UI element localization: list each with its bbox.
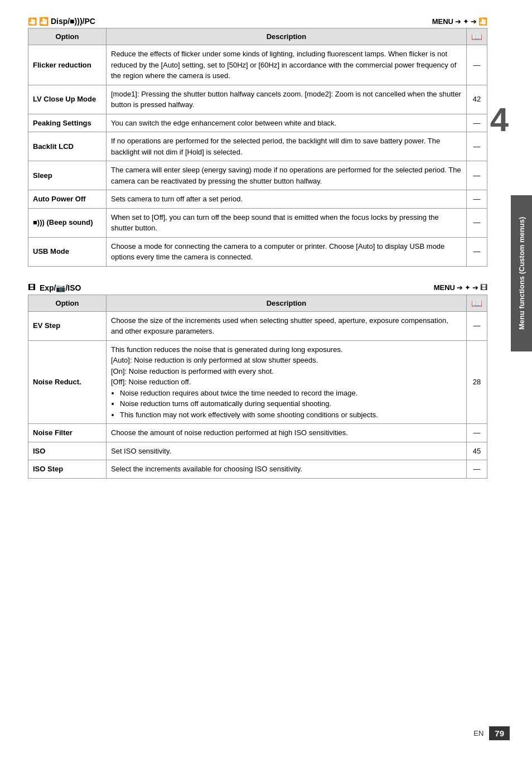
table-row: Flicker reduction Reduce the effects of …: [28, 45, 487, 85]
section1-table: Option Description 📖 Flicker reduction R…: [28, 28, 487, 267]
table-row: Auto Power Off Sets camera to turn off a…: [28, 190, 487, 209]
option-autopower: Auto Power Off: [28, 190, 107, 209]
list-item: Noise reduction requires about twice the…: [120, 388, 462, 399]
section1-title-text: 🎦 Disp/■)))/PC: [39, 17, 95, 26]
desc-evstep: Choose the size of the increments used w…: [107, 311, 467, 340]
desc-backlit: If no operations are performed for the s…: [107, 132, 467, 161]
exp-icon: 🎞: [28, 283, 35, 292]
col-option-2: Option: [28, 295, 107, 311]
desc-flicker: Reduce the effects of flicker under some…: [107, 45, 467, 85]
section1-title: 🎦 🎦 Disp/■)))/PC: [28, 17, 95, 26]
arrow2: ➔: [471, 17, 477, 26]
arrow4: ➔: [472, 283, 478, 292]
section2-title: 🎞 Exp/📷/ISO: [28, 283, 81, 292]
desc-lv: [mode1]: Pressing the shutter button hal…: [107, 85, 467, 114]
table-row: Peaking Settings You can switch the edge…: [28, 114, 487, 132]
pg-evstep: —: [467, 311, 487, 340]
pg-noisereduct: 28: [467, 340, 487, 424]
desc-peaking: You can switch the edge enhancement colo…: [107, 114, 467, 132]
camera-icon2: 🎞: [480, 283, 487, 292]
section1-menu-path: MENU ➔ ✦ ➔ 🎦: [432, 17, 487, 26]
star-icon: ✦: [463, 17, 469, 26]
pg-peaking: —: [467, 114, 487, 132]
side-tab: Menu functions (Custom menus): [511, 195, 532, 351]
desc-sleep: The camera will enter sleep (energy savi…: [107, 161, 467, 190]
star-icon2: ✦: [465, 283, 471, 292]
pg-isostep: —: [467, 460, 487, 479]
option-usb: USB Mode: [28, 237, 107, 266]
option-peaking: Peaking Settings: [28, 114, 107, 132]
option-isostep: ISO Step: [28, 460, 107, 479]
col-pg-2: 📖: [467, 295, 487, 311]
option-noisereduct: Noise Reduct.: [28, 340, 107, 424]
option-evstep: EV Step: [28, 311, 107, 340]
menu-label2: MENU: [434, 283, 455, 292]
pg-autopower: —: [467, 190, 487, 209]
section2-table: Option Description 📖 EV Step Choose the …: [28, 295, 487, 479]
pg-sleep: —: [467, 161, 487, 190]
desc-usb: Choose a mode for connecting the camera …: [107, 237, 467, 266]
table-row: Noise Filter Choose the amount of noise …: [28, 424, 487, 442]
pg-lv: 42: [467, 85, 487, 114]
table-row: Backlit LCD If no operations are perform…: [28, 132, 487, 161]
noise-reduct-bullets: Noise reduction requires about twice the…: [111, 388, 462, 421]
section2-menu-path: MENU ➔ ✦ ➔ 🎞: [434, 283, 487, 292]
camera-icon: 🎦: [478, 17, 487, 26]
option-backlit: Backlit LCD: [28, 132, 107, 161]
option-lv: LV Close Up Mode: [28, 85, 107, 114]
footer: EN 79: [473, 726, 510, 740]
section1-header: 🎦 🎦 Disp/■)))/PC MENU ➔ ✦ ➔ 🎦: [28, 17, 487, 26]
table-row: ISO Set ISO sensitivity. 45: [28, 442, 487, 460]
section2-title-text: Exp/📷/ISO: [37, 283, 81, 292]
pg-beep: —: [467, 208, 487, 237]
list-item: Noise reduction turns off automatically …: [120, 398, 462, 409]
table-row: ISO Step Select the increments available…: [28, 460, 487, 479]
pg-iso: 45: [467, 442, 487, 460]
desc-autopower: Sets camera to turn off after a set peri…: [107, 190, 467, 209]
noise-reduct-desc-text: This function reduces the noise that is …: [111, 345, 343, 387]
arrow3: ➔: [457, 283, 463, 292]
col-pg-1: 📖: [467, 28, 487, 45]
chapter-number: 4: [490, 100, 509, 139]
option-noisefilter: Noise Filter: [28, 424, 107, 442]
side-tab-label: Menu functions (Custom menus): [518, 217, 526, 330]
col-desc-2: Description: [107, 295, 467, 311]
option-flicker: Flicker reduction: [28, 45, 107, 85]
col-desc-1: Description: [107, 28, 467, 45]
table-row: LV Close Up Mode [mode1]: Pressing the s…: [28, 85, 487, 114]
option-beep: ■))) (Beep sound): [28, 208, 107, 237]
desc-isostep: Select the increments available for choo…: [107, 460, 467, 479]
desc-noisefilter: Choose the amount of noise reduction per…: [107, 424, 467, 442]
pg-flicker: —: [467, 45, 487, 85]
en-label: EN: [473, 729, 483, 737]
table-row: Noise Reduct. This function reduces the …: [28, 340, 487, 424]
table-row: USB Mode Choose a mode for connecting th…: [28, 237, 487, 266]
menu-label: MENU: [432, 17, 453, 26]
pg-backlit: —: [467, 132, 487, 161]
table-row: Sleep The camera will enter sleep (energ…: [28, 161, 487, 190]
pg-noisefilter: —: [467, 424, 487, 442]
page-number: 79: [489, 726, 510, 740]
desc-iso: Set ISO sensitivity.: [107, 442, 467, 460]
option-iso: ISO: [28, 442, 107, 460]
table-row: ■))) (Beep sound) When set to [Off], you…: [28, 208, 487, 237]
pg-usb: —: [467, 237, 487, 266]
desc-noisereduct: This function reduces the noise that is …: [107, 340, 467, 424]
table-row: EV Step Choose the size of the increment…: [28, 311, 487, 340]
arrow1: ➔: [455, 17, 461, 26]
desc-beep: When set to [Off], you can turn off the …: [107, 208, 467, 237]
disp-icon: 🎦: [28, 17, 37, 26]
list-item: This function may not work effectively w…: [120, 409, 462, 421]
option-sleep: Sleep: [28, 161, 107, 190]
section2-header: 🎞 Exp/📷/ISO MENU ➔ ✦ ➔ 🎞: [28, 283, 487, 292]
col-option-1: Option: [28, 28, 107, 45]
